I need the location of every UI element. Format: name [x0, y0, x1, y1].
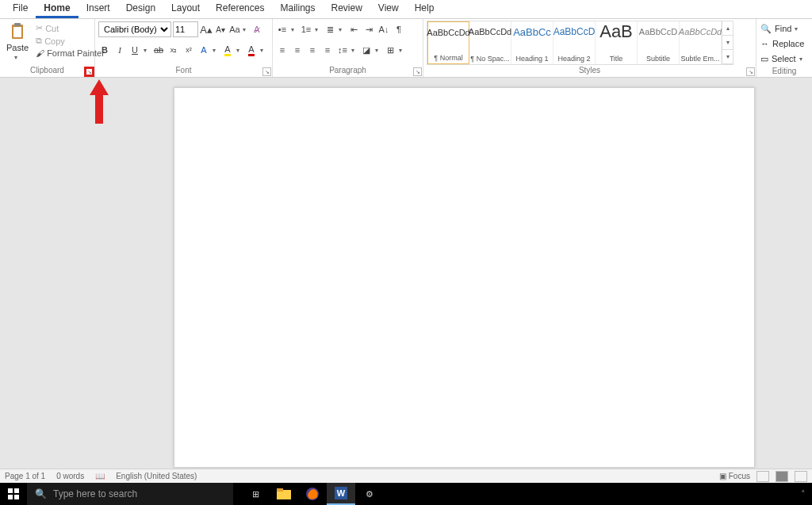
style-item[interactable]: AaBbCcDdSubtle Em... — [680, 21, 722, 64]
font-name-combo[interactable]: Calibri (Body) — [98, 21, 171, 37]
proofing-icon[interactable]: 📖 — [95, 472, 105, 480]
tab-help[interactable]: Help — [407, 0, 442, 18]
svg-rect-7 — [14, 495, 19, 499]
superscript-button[interactable]: x² — [182, 44, 195, 56]
tab-home[interactable]: Home — [36, 0, 78, 18]
start-button[interactable] — [0, 483, 27, 505]
style-item[interactable]: AaBbCcDSubtitle — [638, 21, 680, 64]
subscript-button[interactable]: x₂ — [167, 44, 180, 56]
multilevel-button[interactable]: ≣ — [324, 23, 336, 36]
svg-rect-5 — [14, 488, 19, 493]
document-canvas — [0, 78, 812, 470]
search-icon: 🔍 — [760, 24, 772, 34]
justify-button[interactable]: ≡ — [321, 44, 334, 56]
select-button[interactable]: ▭Select▾ — [760, 52, 808, 66]
taskbar-explorer[interactable] — [270, 483, 298, 505]
svg-marker-3 — [90, 79, 109, 124]
gallery-scroll[interactable]: ▾ — [722, 36, 733, 50]
group-label-font: Font — [98, 65, 269, 76]
taskbar-firefox[interactable] — [298, 483, 327, 505]
decrease-indent-button[interactable]: ⇤ — [347, 23, 360, 36]
strike-button[interactable]: ab — [152, 44, 165, 56]
group-label-styles: Styles — [427, 65, 753, 76]
change-case-button[interactable]: Aa — [228, 23, 241, 36]
task-view-button[interactable]: ⊞ — [241, 483, 270, 505]
clear-formatting-button[interactable]: A̷ — [251, 23, 263, 36]
taskbar-search[interactable]: 🔍 Type here to search — [27, 483, 233, 505]
paintbrush-icon: 🖌 — [36, 48, 44, 58]
style-item[interactable]: AaBbCcDd¶ No Spac... — [469, 21, 511, 64]
gallery-scroll[interactable]: ▾ — [722, 50, 733, 64]
gallery-scroll[interactable]: ▴ — [722, 21, 733, 36]
group-label-paragraph: Paragraph — [276, 65, 419, 76]
copy-icon: ⧉ — [36, 36, 42, 46]
page[interactable] — [174, 87, 755, 468]
scissors-icon: ✂ — [36, 23, 43, 33]
tab-layout[interactable]: Layout — [163, 0, 208, 18]
svg-rect-1 — [14, 23, 21, 26]
taskbar-word[interactable]: W — [327, 483, 355, 505]
status-bar: Page 1 of 1 0 words 📖 English (United St… — [0, 469, 812, 483]
styles-gallery[interactable]: AaBbCcDd¶ NormalAaBbCcDd¶ No Spac...AaBb… — [427, 21, 733, 65]
align-center-button[interactable]: ≡ — [291, 44, 304, 56]
bold-button[interactable]: B — [98, 44, 111, 56]
replace-button[interactable]: ↔Replace — [760, 36, 808, 51]
underline-button[interactable]: U — [128, 44, 141, 56]
line-spacing-button[interactable]: ↕≡ — [336, 44, 349, 56]
italic-button[interactable]: I — [113, 44, 126, 56]
group-label-editing: Editing — [760, 66, 808, 77]
view-print[interactable] — [776, 471, 788, 482]
tab-review[interactable]: Review — [323, 0, 370, 18]
group-font: Calibri (Body) A▴ A▾ Aa▾ A̷ B I U▾ ab x₂… — [95, 19, 273, 77]
paragraph-launcher[interactable]: ↘ — [413, 67, 422, 76]
clipboard-launcher[interactable]: ↘ — [85, 67, 94, 76]
annotation-arrow — [90, 79, 109, 124]
focus-mode[interactable]: ▣ Focus — [719, 472, 750, 480]
svg-text:W: W — [337, 488, 346, 498]
styles-launcher[interactable]: ↘ — [746, 67, 755, 76]
cursor-icon: ▭ — [760, 54, 768, 64]
svg-rect-9 — [277, 488, 283, 492]
font-size-combo[interactable] — [173, 21, 198, 37]
style-item[interactable]: AaBTitle — [596, 21, 638, 64]
svg-rect-2 — [13, 27, 21, 37]
status-page[interactable]: Page 1 of 1 — [5, 472, 45, 480]
tab-insert[interactable]: Insert — [79, 0, 118, 18]
style-item[interactable]: AaBbCcHeading 1 — [511, 21, 553, 64]
shading-button[interactable]: ◪ — [360, 44, 373, 56]
taskbar: 🔍 Type here to search ⊞ W ⚙ ˄ — [0, 483, 812, 505]
style-item[interactable]: AaBbCcDd¶ Normal — [427, 21, 469, 64]
text-effects-button[interactable]: A — [197, 44, 210, 56]
style-item[interactable]: AaBbCcDHeading 2 — [553, 21, 596, 64]
shrink-font-button[interactable]: A▾ — [214, 23, 227, 36]
borders-button[interactable]: ⊞ — [384, 44, 396, 56]
tab-view[interactable]: View — [370, 0, 407, 18]
tab-mailings[interactable]: Mailings — [272, 0, 323, 18]
align-left-button[interactable]: ≡ — [276, 44, 289, 56]
increase-indent-button[interactable]: ⇥ — [362, 23, 375, 36]
view-read[interactable] — [756, 471, 769, 482]
tab-references[interactable]: References — [208, 0, 272, 18]
chevron-down-icon: ▾ — [14, 54, 21, 61]
tab-file[interactable]: File — [5, 0, 36, 18]
bullets-button[interactable]: •≡ — [276, 23, 289, 36]
status-words[interactable]: 0 words — [56, 472, 84, 480]
numbering-button[interactable]: 1≡ — [300, 23, 312, 36]
sort-button[interactable]: A↓ — [377, 23, 390, 36]
taskbar-settings[interactable]: ⚙ — [355, 483, 384, 505]
font-launcher[interactable]: ↘ — [262, 67, 271, 76]
find-button[interactable]: 🔍Find▾ — [760, 21, 808, 36]
font-color-button[interactable]: A — [245, 44, 258, 56]
paste-button[interactable]: Paste ▾ — [3, 21, 32, 63]
align-right-button[interactable]: ≡ — [306, 44, 319, 56]
highlight-button[interactable]: A — [221, 44, 234, 56]
show-desktop[interactable]: ˄ — [795, 489, 812, 499]
view-web[interactable] — [795, 471, 807, 482]
grow-font-button[interactable]: A▴ — [200, 23, 213, 36]
tab-design[interactable]: Design — [118, 0, 163, 18]
svg-rect-4 — [8, 488, 13, 493]
svg-rect-6 — [8, 495, 13, 499]
status-language[interactable]: English (United States) — [116, 472, 197, 480]
group-clipboard: Paste ▾ ✂ Cut ⧉ Copy 🖌 Format Painter Cl… — [0, 19, 95, 77]
show-marks-button[interactable]: ¶ — [393, 23, 405, 36]
